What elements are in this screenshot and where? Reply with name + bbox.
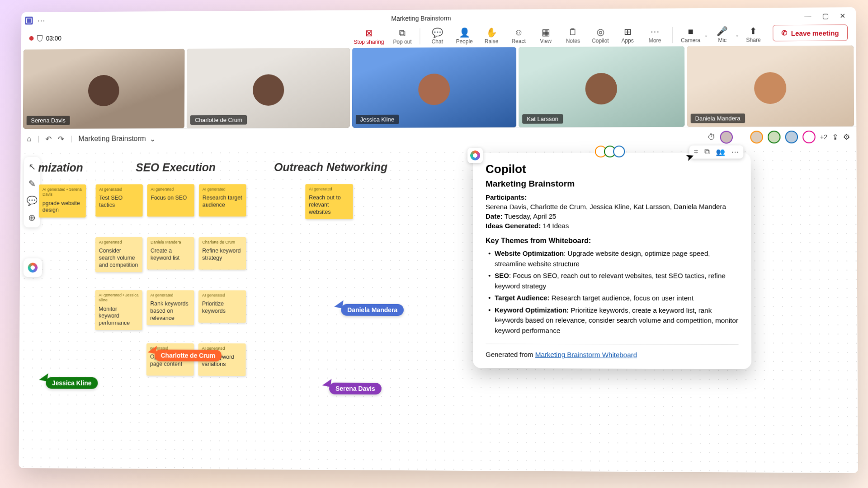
presence-cursor: Charlotte de Crum bbox=[155, 350, 222, 361]
share-icon[interactable]: ⇪ bbox=[832, 132, 838, 141]
titlebar-more-icon[interactable]: ⋯ bbox=[37, 16, 45, 26]
react-button[interactable]: ☺ React bbox=[506, 26, 531, 45]
stop-sharing-icon: ⊠ bbox=[365, 28, 373, 38]
participant-name: Kat Larsson bbox=[522, 114, 563, 124]
themes-heading: Key Themes from Whiteboard: bbox=[486, 237, 738, 245]
pop-out-icon: ⧉ bbox=[399, 28, 406, 38]
participants-value: Serena Davis, Charlotte de Crum, Jessica… bbox=[486, 202, 738, 211]
mic-icon: 🎤 bbox=[717, 26, 728, 36]
add-tool-icon[interactable]: ⊕ bbox=[28, 212, 36, 223]
video-tile[interactable]: Daniela Mandera bbox=[687, 46, 854, 127]
record-icon bbox=[29, 36, 34, 41]
sticky-note[interactable]: Charlotte de CrumRefine keyword strategy bbox=[198, 237, 246, 270]
recording-timer: 03:00 bbox=[46, 35, 61, 42]
ideas-label: Ideas Generated: bbox=[486, 222, 541, 230]
chat-icon: 💬 bbox=[432, 28, 443, 38]
sticky-note[interactable]: AI generatedReach out to relevant websit… bbox=[305, 184, 353, 219]
sticky-note[interactable]: AI generatedTest SEO tactics bbox=[95, 184, 143, 216]
mic-button[interactable]: 🎤 Mic bbox=[709, 25, 735, 44]
column-heading: mization bbox=[38, 161, 83, 174]
copilot-icon bbox=[28, 263, 38, 272]
chat-button[interactable]: 💬 Chat bbox=[425, 27, 450, 46]
column-heading: SEO Execution bbox=[136, 161, 216, 174]
pen-tool-icon[interactable]: ✎ bbox=[28, 178, 36, 189]
divider bbox=[420, 28, 420, 45]
presence-cursor: Jessica Kline bbox=[46, 377, 98, 389]
avatar[interactable] bbox=[802, 131, 816, 143]
copilot-fab[interactable] bbox=[24, 258, 42, 277]
theme-item: Website Optimization: Upgrade website de… bbox=[488, 249, 738, 269]
avatar[interactable] bbox=[750, 131, 763, 143]
share-icon: ⬆ bbox=[750, 26, 757, 36]
avatar[interactable] bbox=[768, 131, 781, 143]
video-tile[interactable]: Jessica Kline bbox=[352, 47, 517, 128]
participant-name: Jessica Kline bbox=[356, 115, 399, 124]
avatar[interactable] bbox=[785, 131, 798, 143]
date-value: Tuesday, April 25 bbox=[505, 212, 557, 220]
copilot-icon: ◎ bbox=[596, 27, 604, 37]
date-label: Date: bbox=[486, 212, 503, 220]
phone-icon: ✆ bbox=[781, 29, 787, 37]
theme-item: Keyword Optimization: Prioritize keyword… bbox=[488, 305, 738, 336]
apps-button[interactable]: ⊞ Apps bbox=[615, 26, 640, 45]
pointer-tool-icon[interactable]: ↖ bbox=[28, 161, 36, 172]
avatar[interactable] bbox=[720, 131, 733, 144]
window-minimize-button[interactable]: — bbox=[804, 12, 811, 20]
gear-icon[interactable]: ⚙ bbox=[843, 132, 850, 141]
panel-toolbar: ⌗ ⧉ 👥 ⋯ bbox=[689, 145, 744, 159]
share-button[interactable]: ⬆ Share bbox=[741, 25, 766, 44]
presence-cursor: Serena Davis bbox=[329, 383, 382, 394]
shield-icon bbox=[37, 35, 42, 42]
copilot-summary-panel[interactable]: ⌗ ⧉ 👥 ⋯ ➤ Copilot Marketing Brainstorm P… bbox=[473, 153, 751, 369]
overflow-count[interactable]: +2 bbox=[820, 133, 827, 141]
sticky-note[interactable]: AI generatedResearch target audience bbox=[199, 184, 246, 217]
sticky-note[interactable]: AI generatedRank keywords based on relev… bbox=[146, 290, 194, 325]
whiteboard-canvas[interactable]: ↖ ✎ 💬 ⊕ mization SEO Execution Outreach … bbox=[19, 147, 858, 473]
more-button[interactable]: ⋯ More bbox=[642, 26, 668, 45]
copy-icon[interactable]: ⧉ bbox=[704, 148, 709, 156]
people-button[interactable]: 👤 People bbox=[452, 27, 477, 46]
redo-icon[interactable]: ↷ bbox=[58, 134, 64, 144]
camera-button[interactable]: ■ Camera bbox=[677, 25, 704, 44]
people-icon[interactable]: 👥 bbox=[716, 148, 725, 156]
column-heading: Outreach Networking bbox=[274, 160, 387, 174]
comment-tool-icon[interactable]: 💬 bbox=[27, 195, 38, 206]
camera-icon: ■ bbox=[688, 26, 693, 36]
view-icon: ▦ bbox=[542, 27, 550, 37]
sticky-note[interactable]: AI generated • Serena Davispgrade websit… bbox=[39, 184, 86, 217]
whiteboard-title[interactable]: Marketing Brainstorm ⌄ bbox=[78, 135, 155, 143]
more-icon[interactable]: ⋯ bbox=[731, 148, 739, 156]
leave-meeting-button[interactable]: ✆ Leave meeting bbox=[773, 24, 848, 41]
sticky-note[interactable]: AI generatedPrioritize keywords bbox=[198, 290, 246, 323]
sticky-note[interactable]: AI generatedFocus on SEO bbox=[147, 184, 194, 217]
copilot-button[interactable]: ◎ Copilot bbox=[588, 26, 613, 45]
view-button[interactable]: ▦ View bbox=[533, 26, 558, 45]
sticky-note[interactable]: AI generated • Jessica KlineMonitor keyw… bbox=[95, 290, 142, 330]
copilot-title: Copilot bbox=[486, 162, 738, 176]
themes-list: Website Optimization: Upgrade website de… bbox=[486, 249, 738, 336]
source-link[interactable]: Marketing Brainstorm Whiteboard bbox=[535, 351, 637, 359]
grid-icon[interactable]: ⌗ bbox=[694, 148, 698, 156]
more-icon: ⋯ bbox=[650, 27, 659, 37]
ideas-value: 14 Ideas bbox=[542, 222, 569, 230]
window-maximize-button[interactable]: ▢ bbox=[822, 12, 829, 20]
window-title: Marketing Brainstorm bbox=[45, 13, 804, 24]
sticky-note[interactable]: AI generatedConsider search volume and c… bbox=[95, 237, 143, 272]
stop-sharing-button[interactable]: ⊠ Stop sharing bbox=[350, 27, 388, 46]
copilot-logo-icon bbox=[467, 148, 483, 163]
chevron-down-icon[interactable]: ⌄ bbox=[704, 33, 708, 38]
react-icon: ☺ bbox=[514, 27, 523, 37]
window-close-button[interactable]: ✕ bbox=[840, 12, 845, 20]
pop-out-button[interactable]: ⧉ Pop out bbox=[389, 27, 415, 46]
presence-cursor: Daniela Mandera bbox=[341, 304, 404, 316]
timer-icon[interactable]: ⏱ bbox=[708, 133, 715, 142]
notes-button[interactable]: 🗒 Notes bbox=[560, 26, 585, 45]
video-tile[interactable]: Serena Davis bbox=[23, 49, 185, 129]
sticky-note[interactable]: Daniela ManderaCreate a keyword list bbox=[147, 237, 194, 270]
undo-icon[interactable]: ↶ bbox=[46, 134, 52, 144]
video-tile[interactable]: Kat Larsson bbox=[519, 46, 684, 127]
home-icon[interactable]: ⌂ bbox=[27, 135, 31, 144]
video-tile[interactable]: Charlotte de Crum bbox=[187, 48, 350, 128]
chevron-down-icon[interactable]: ⌄ bbox=[735, 32, 739, 37]
raise-hand-button[interactable]: ✋ Raise bbox=[479, 27, 504, 46]
